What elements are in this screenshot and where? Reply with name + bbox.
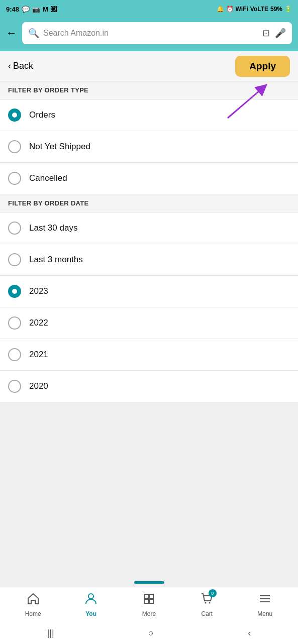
nav-you[interactable]: You (76, 592, 106, 617)
signal-text: VoLTE (250, 6, 268, 13)
search-back-arrow[interactable]: ← (6, 27, 17, 40)
2023-label: 2023 (29, 286, 48, 296)
android-recents-btn[interactable]: ‹ (248, 628, 251, 638)
home-label: Home (25, 610, 41, 617)
search-bar-area: ← 🔍 Search Amazon.in ⊡ 🎤 (0, 18, 298, 51)
back-label: Back (13, 61, 33, 71)
scroll-indicator (134, 581, 164, 584)
radio-2023 (8, 285, 21, 298)
camera-icon[interactable]: ⊡ (262, 28, 270, 39)
order-type-orders[interactable]: Orders (0, 99, 298, 131)
status-bar: 9:48 💬 📷 M 🖼 🔔 ⏰ WiFi VoLTE 59% 🔋 (0, 0, 298, 18)
not-shipped-label: Not Yet Shipped (29, 142, 90, 152)
wifi-icon: WiFi (236, 6, 248, 13)
gmail-icon: M (43, 6, 48, 13)
radio-not-shipped (8, 140, 21, 153)
svg-point-1 (88, 594, 93, 599)
radio-3months (8, 253, 21, 266)
filter-order-date-header: FILTER BY ORDER DATE (0, 194, 298, 212)
orders-label: Orders (29, 110, 55, 120)
order-type-not-shipped[interactable]: Not Yet Shipped (0, 131, 298, 163)
order-date-2023[interactable]: 2023 (0, 276, 298, 307)
back-chevron-icon: ‹ (8, 61, 11, 71)
svg-point-7 (209, 602, 210, 603)
search-placeholder: Search Amazon.in (43, 29, 258, 38)
more-label: More (142, 610, 156, 617)
android-back-btn[interactable]: ||| (47, 628, 54, 638)
svg-rect-5 (149, 599, 153, 603)
nav-cart[interactable]: 0 Cart (192, 592, 222, 617)
3months-label: Last 3 months (29, 255, 83, 265)
nav-home[interactable]: Home (18, 592, 48, 617)
search-box[interactable]: 🔍 Search Amazon.in ⊡ 🎤 (22, 22, 292, 44)
2021-label: 2021 (29, 350, 48, 360)
cart-badge-count: 0 (209, 589, 217, 597)
order-date-2022[interactable]: 2022 (0, 307, 298, 339)
mic-icon[interactable]: 🎤 (275, 28, 286, 39)
svg-rect-3 (149, 594, 153, 598)
filter-order-type-header: FILTER BY ORDER TYPE (0, 81, 298, 99)
gallery-icon: 🖼 (51, 6, 57, 13)
clock-icon: ⏰ (226, 6, 234, 13)
radio-30days (8, 222, 21, 235)
svg-rect-4 (144, 599, 148, 603)
order-type-cancelled[interactable]: Cancelled (0, 163, 298, 194)
2022-label: 2022 (29, 318, 48, 328)
order-date-2021[interactable]: 2021 (0, 339, 298, 371)
android-home-btn[interactable]: ○ (148, 628, 154, 638)
android-nav: ||| ○ ‹ (0, 622, 298, 644)
order-date-3months[interactable]: Last 3 months (0, 244, 298, 276)
nav-more[interactable]: More (134, 592, 164, 617)
filter-header: ‹ Back Apply (0, 51, 298, 81)
cart-icon: 0 (201, 592, 214, 608)
nav-menu[interactable]: Menu (250, 592, 280, 617)
order-date-2020[interactable]: 2020 (0, 371, 298, 402)
radio-2020 (8, 380, 21, 393)
battery-icon: 🔋 (284, 6, 292, 13)
status-left: 9:48 💬 📷 M 🖼 (6, 6, 57, 13)
search-icon: 🔍 (28, 28, 39, 39)
radio-2022 (8, 316, 21, 330)
apply-button[interactable]: Apply (235, 56, 290, 77)
back-button[interactable]: ‹ Back (8, 61, 33, 71)
2020-label: 2020 (29, 381, 48, 391)
30days-label: Last 30 days (29, 223, 77, 233)
home-icon (27, 592, 40, 608)
alarm-icon: 🔔 (217, 6, 224, 13)
whatsapp-icon: 💬 (22, 6, 30, 13)
menu-icon (258, 592, 271, 608)
order-date-30days[interactable]: Last 30 days (0, 212, 298, 244)
you-label: You (85, 610, 96, 617)
battery-text: 59% (270, 6, 282, 13)
svg-point-6 (205, 602, 206, 603)
bottom-nav: Home You More 0 (0, 587, 298, 622)
cancelled-label: Cancelled (29, 173, 67, 183)
more-icon (142, 592, 155, 608)
radio-2021 (8, 348, 21, 361)
radio-cancelled (8, 172, 21, 185)
instagram-icon: 📷 (32, 6, 40, 13)
radio-orders (8, 109, 21, 122)
status-time: 9:48 (6, 6, 19, 13)
status-right: 🔔 ⏰ WiFi VoLTE 59% 🔋 (217, 6, 292, 13)
you-icon (84, 592, 97, 608)
menu-label: Menu (257, 610, 272, 617)
cart-label: Cart (202, 610, 213, 617)
svg-rect-2 (144, 594, 148, 598)
